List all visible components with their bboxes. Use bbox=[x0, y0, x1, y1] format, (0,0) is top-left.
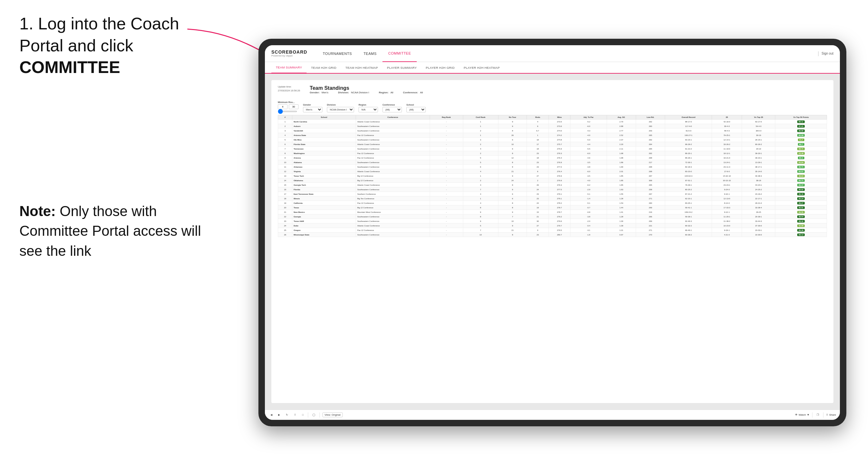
toolbar-sep3 bbox=[812, 412, 812, 417]
update-time-value: 27/03/2024 16:56:26 bbox=[278, 89, 300, 93]
table-header-row: # School Conference Reg Rank Conf Rank N… bbox=[278, 115, 827, 120]
nav-divider: | bbox=[817, 51, 819, 57]
instruction-title: 1. Log into the Coach Portal and click C… bbox=[20, 13, 207, 79]
gender-select[interactable]: Men's bbox=[303, 107, 322, 113]
sub-nav-team-h2h-grid[interactable]: TEAM H2H GRID bbox=[307, 62, 341, 73]
toolbar-sep1 bbox=[308, 412, 308, 417]
col-rnds: Rnds bbox=[527, 115, 549, 120]
school-select[interactable]: (All) bbox=[406, 107, 426, 113]
main-content: Update time: 27/03/2024 16:56:26 Team St… bbox=[265, 74, 840, 409]
standings-table: # School Conference Reg Rank Conf Rank N… bbox=[278, 115, 827, 237]
gender-control: Gender Men's bbox=[303, 104, 322, 113]
table-row: 2AuburnSoutheastern Conference-196273.6-… bbox=[278, 124, 827, 128]
toolbar-resize[interactable]: ❐ bbox=[815, 413, 820, 417]
table-row: 5Ole MissSoutheastern Conference-3618274… bbox=[278, 137, 827, 142]
col-conf-rank: Conf Rank bbox=[463, 115, 498, 120]
table-row: 14OklahomaBig 12 Conference-2242276.9-4.… bbox=[278, 178, 827, 183]
table-row: 19CaliforniaPac-12 Conference-4824278.2-… bbox=[278, 201, 827, 206]
gender-filter-value: Men's bbox=[322, 91, 329, 94]
table-container: # School Conference Reg Rank Conf Rank N… bbox=[278, 115, 827, 237]
table-row: 23Texas A&MSoutheastern Conference-91030… bbox=[278, 219, 827, 223]
sub-nav-team-h2h-heatmap[interactable]: TEAM H2H HEATMAP bbox=[341, 62, 382, 73]
col-rank: # bbox=[278, 115, 292, 120]
toolbar-refresh[interactable]: ↻ bbox=[284, 413, 290, 417]
school-control: School (All) bbox=[406, 104, 426, 113]
logo-powered: Powered by clippd bbox=[271, 54, 307, 57]
sub-nav-player-h2h-heatmap[interactable]: PLAYER H2H HEATMAP bbox=[459, 62, 504, 73]
region-filter-value: All bbox=[391, 91, 394, 94]
table-row: 17East Tennessee StateSouthern Conferenc… bbox=[278, 192, 827, 196]
sub-nav-player-h2h-grid[interactable]: PLAYER H2H GRID bbox=[421, 62, 459, 73]
col-overall2: 25 bbox=[712, 115, 742, 120]
toolbar-view-btn[interactable]: View: Original bbox=[322, 412, 343, 417]
nav-signout[interactable]: Sign out bbox=[822, 52, 833, 55]
table-row: 16FloridaSoutheastern Conference-7924277… bbox=[278, 187, 827, 192]
table-row: 18IllinoisBig Ten Conference-1623279.1-1… bbox=[278, 196, 827, 201]
col-no-tour: No Tour bbox=[498, 115, 527, 120]
toolbar-clock[interactable]: ◯ bbox=[311, 413, 317, 417]
sub-nav: TEAM SUMMARY TEAM H2H GRID TEAM H2H HEAT… bbox=[265, 62, 840, 74]
division-control-label: Division bbox=[327, 104, 354, 106]
table-row: 26Mississippi StateSoutheastern Conferen… bbox=[278, 232, 827, 237]
nav-committee[interactable]: COMMITTEE bbox=[382, 45, 417, 62]
eye-icon: 👁 bbox=[795, 413, 798, 416]
table-row: 21New MexicoMountain West Conference-991… bbox=[278, 210, 827, 214]
region-select[interactable]: N/A bbox=[359, 107, 378, 113]
conference-select[interactable]: (All) bbox=[382, 107, 402, 113]
filters-row: Gender: Men's Division: NCAA Division I … bbox=[310, 91, 827, 94]
division-filter-label: Division: bbox=[338, 91, 349, 94]
chevron-down-icon: ▼ bbox=[807, 413, 809, 416]
division-select[interactable]: NCAA Division I bbox=[327, 107, 354, 113]
update-time-label: Update time: bbox=[278, 85, 300, 89]
min-roundtrips-control: Minimum Rou... bbox=[278, 101, 299, 113]
nav-items: TOURNAMENTS TEAMS COMMITTEE bbox=[317, 45, 817, 62]
gender-control-label: Gender bbox=[303, 104, 322, 106]
table-row: 25OregonPac-12 Conference-7210279.5-3.11… bbox=[278, 228, 827, 232]
toolbar-sep2 bbox=[319, 412, 320, 417]
toolbar-share-btn[interactable]: ⇧ Share bbox=[826, 413, 836, 416]
division-control: Division NCAA Division I bbox=[327, 104, 354, 113]
table-row: 22GeorgiaSoutheastern Conference-8721279… bbox=[278, 214, 827, 219]
sub-nav-team-summary[interactable]: TEAM SUMMARY bbox=[271, 62, 307, 73]
col-wins: Wins bbox=[549, 115, 570, 120]
min-roundtrips-min[interactable] bbox=[278, 104, 287, 109]
nav-teams[interactable]: TEAMS bbox=[358, 45, 382, 62]
toolbar-back[interactable]: ◀ bbox=[269, 413, 274, 417]
logo-area: SCOREBOARD Powered by clippd bbox=[271, 50, 307, 57]
tablet-screen: SCOREBOARD Powered by clippd TOURNAMENTS… bbox=[265, 45, 840, 420]
table-row: 3VanderbiltSoutheastern Conference-286.7… bbox=[278, 128, 827, 133]
note-bold: Note: bbox=[20, 203, 56, 219]
nav-tournaments[interactable]: TOURNAMENTS bbox=[317, 45, 358, 62]
school-control-label: School bbox=[406, 104, 426, 106]
min-roundtrips-slider[interactable] bbox=[278, 111, 297, 112]
col-school: School bbox=[292, 115, 356, 120]
toolbar-copy[interactable]: □ bbox=[301, 413, 305, 417]
conference-filter-value: All bbox=[420, 91, 423, 94]
toolbar-forward[interactable]: ▶ bbox=[277, 413, 282, 417]
region-control: Region N/A bbox=[359, 104, 378, 113]
table-row: 11ArkansasSoutheastern Conference-682327… bbox=[278, 165, 827, 169]
col-overall: Overall Record bbox=[665, 115, 712, 120]
conference-control-label: Conference bbox=[382, 104, 402, 106]
toolbar-watch-btn[interactable]: 👁 Watch ▼ bbox=[795, 413, 809, 416]
logo-scoreboard: SCOREBOARD bbox=[271, 50, 307, 54]
col-adj-to-par: Adj. To Par bbox=[570, 115, 607, 120]
content-panel: Update time: 27/03/2024 16:56:26 Team St… bbox=[271, 80, 833, 403]
table-row: 9ArizonaPac-12 Conference-51218276.4-4.6… bbox=[278, 156, 827, 160]
toolbar-share-small[interactable]: ⇧ bbox=[292, 413, 298, 417]
tablet-frame: SCOREBOARD Powered by clippd TOURNAMENTS… bbox=[258, 39, 846, 426]
panel-title: Team Standings bbox=[310, 85, 827, 91]
min-roundtrips-label: Minimum Rou... bbox=[278, 101, 299, 103]
instruction-area: 1. Log into the Coach Portal and click C… bbox=[20, 13, 207, 261]
instruction-text: Log into the Coach Portal and click bbox=[20, 14, 179, 55]
min-roundtrips-max[interactable] bbox=[289, 104, 299, 109]
col-reg-rank: Reg Rank bbox=[430, 115, 463, 120]
table-row: 20TexasBig 12 Conference-8819278.7-0.71.… bbox=[278, 206, 827, 210]
region-control-label: Region bbox=[359, 104, 378, 106]
toolbar-sep4 bbox=[823, 412, 824, 417]
sub-nav-player-summary[interactable]: PLAYER SUMMARY bbox=[382, 62, 421, 73]
table-row: 4Arizona StatePac-12 Conference-1261274.… bbox=[278, 133, 827, 137]
bottom-toolbar: ◀ ▶ ↻ ⇧ □ ◯ View: Original 👁 Watch ▼ ❐ ⇧… bbox=[265, 409, 840, 420]
instruction-highlight: COMMITTEE bbox=[20, 58, 120, 76]
table-row: 15Georgia TechAtlantic Coast Conference-… bbox=[278, 183, 827, 187]
